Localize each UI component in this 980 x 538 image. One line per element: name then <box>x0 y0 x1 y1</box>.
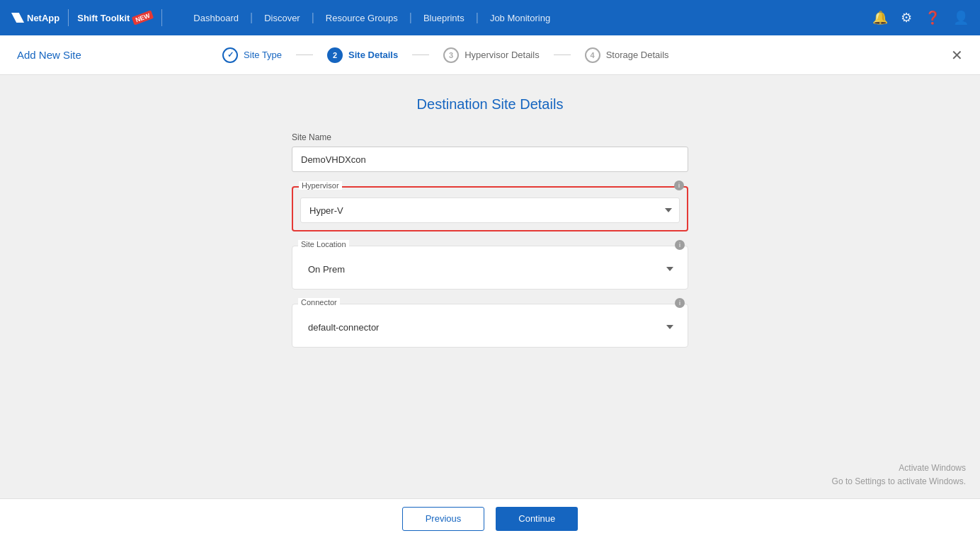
step-hypervisor-details[interactable]: 3 Hypervisor Details <box>443 47 539 63</box>
site-location-group: Site Location i On Prem Cloud Hybrid <box>292 246 688 290</box>
step-1-label: Site Type <box>244 50 282 60</box>
close-button[interactable]: ✕ <box>951 47 963 64</box>
connector-group: Connector i default-connector connector-… <box>292 304 688 348</box>
navbar: NetApp Shift Toolkit NEW Dashboard | Dis… <box>0 0 980 35</box>
connector-fieldset: Connector i default-connector connector-… <box>292 304 688 348</box>
site-name-group: Site Name <box>292 132 688 172</box>
nav-job-monitoring[interactable]: Job Monitoring <box>482 13 559 23</box>
subheader: Add New Site ✓ Site Type 2 Site Details … <box>0 35 980 75</box>
nav-divider <box>68 9 69 26</box>
hypervisor-fieldset: Hypervisor i Hyper-V VMware KVM <box>292 186 688 231</box>
step-connector-1 <box>296 55 313 55</box>
step-2-label: Site Details <box>348 50 398 60</box>
nav-resource-groups[interactable]: Resource Groups <box>317 13 406 23</box>
nav-discover[interactable]: Discover <box>256 13 309 23</box>
main-content: Destination Site Details Site Name Hyper… <box>0 75 980 498</box>
connector-info-icon[interactable]: i <box>675 298 685 308</box>
nav-icons: 🔔 ⚙ ❓ 👤 <box>872 10 969 25</box>
step-3-circle: 3 <box>443 47 459 63</box>
form-title: Destination Site Details <box>292 96 688 113</box>
nav-links: Dashboard | Discover | Resource Groups |… <box>185 11 559 24</box>
help-icon[interactable]: ❓ <box>925 10 940 25</box>
hypervisor-group: Hypervisor i Hyper-V VMware KVM <box>292 186 688 231</box>
user-icon[interactable]: 👤 <box>953 10 969 25</box>
site-location-legend: Site Location <box>298 240 349 248</box>
nav-blueprints[interactable]: Blueprints <box>415 13 473 23</box>
toolkit-text: Shift Toolkit <box>77 13 130 23</box>
watermark: Activate Windows Go to Settings to activ… <box>832 462 966 488</box>
site-location-select[interactable]: On Prem Cloud Hybrid <box>300 256 680 282</box>
netapp-logo: NetApp <box>11 13 59 23</box>
connector-select[interactable]: default-connector connector-1 connector-… <box>300 314 680 340</box>
nav-divider-2 <box>161 9 162 26</box>
site-location-fieldset: Site Location i On Prem Cloud Hybrid <box>292 246 688 290</box>
site-name-label: Site Name <box>292 132 688 142</box>
nav-dashboard[interactable]: Dashboard <box>185 13 247 23</box>
hypervisor-legend: Hypervisor <box>299 181 342 190</box>
stepper: ✓ Site Type 2 Site Details 3 Hypervisor … <box>222 47 668 63</box>
settings-icon[interactable]: ⚙ <box>901 10 912 25</box>
toolkit-ribbon: NEW <box>132 10 154 25</box>
page-title: Add New Site <box>17 49 81 61</box>
connector-legend: Connector <box>298 298 340 307</box>
step-site-details[interactable]: 2 Site Details <box>327 47 398 63</box>
site-name-input[interactable] <box>292 147 688 172</box>
previous-button[interactable]: Previous <box>402 507 485 531</box>
step-1-circle: ✓ <box>222 47 238 63</box>
logo-icon <box>11 13 24 23</box>
brand-label: NetApp <box>27 13 59 23</box>
footer: Previous Continue <box>0 498 980 538</box>
site-location-info-icon[interactable]: i <box>675 240 685 250</box>
step-site-type[interactable]: ✓ Site Type <box>222 47 282 63</box>
watermark-line2: Go to Settings to activate Windows. <box>832 475 966 488</box>
hypervisor-info-icon[interactable]: i <box>674 181 684 190</box>
toolkit-label: Shift Toolkit NEW <box>77 13 153 23</box>
form-container: Destination Site Details Site Name Hyper… <box>292 96 688 362</box>
notifications-icon[interactable]: 🔔 <box>872 10 888 25</box>
watermark-line1: Activate Windows <box>832 462 966 475</box>
step-connector-3 <box>554 55 571 55</box>
step-storage-details[interactable]: 4 Storage Details <box>585 47 669 63</box>
step-4-circle: 4 <box>585 47 600 63</box>
step-connector-2 <box>412 55 429 55</box>
step-2-circle: 2 <box>327 47 343 63</box>
hypervisor-select[interactable]: Hyper-V VMware KVM <box>300 198 680 223</box>
continue-button[interactable]: Continue <box>496 507 578 531</box>
step-4-label: Storage Details <box>606 50 669 60</box>
step-3-label: Hypervisor Details <box>465 50 539 60</box>
